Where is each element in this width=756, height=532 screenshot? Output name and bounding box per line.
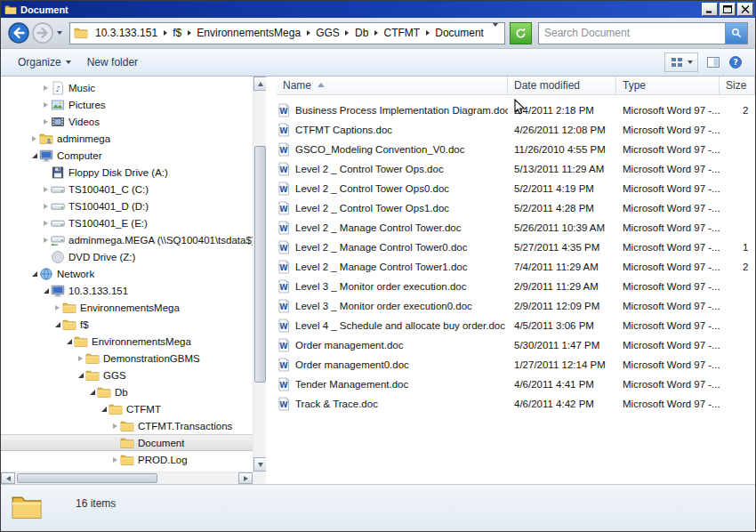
tree-item-dvd-drive-z[interactable]: DVD Drive (Z:) (1, 248, 253, 265)
breadcrumb[interactable]: 10.3.133.151f$EnvironnementsMegaGGSDbCTF… (69, 22, 505, 44)
expander-collapsed-icon[interactable] (110, 423, 120, 429)
tree-item-ctfmt[interactable]: CTFMT (1, 400, 253, 417)
file-row-business-process-implementation-[interactable]: WBusiness Process Implementation Diagram… (277, 101, 755, 120)
file-name-cell[interactable]: WLevel 4 _ Schedule and allocate buy ord… (277, 318, 508, 333)
expander-expanded-icon[interactable] (41, 288, 51, 294)
file-name-cell[interactable]: WTender Management.doc (277, 377, 508, 391)
forward-button[interactable] (30, 21, 54, 45)
search-button[interactable] (725, 23, 747, 44)
file-name-cell[interactable]: WOrder management.doc (277, 338, 508, 352)
tree-item-floppy-disk-drive-a[interactable]: Floppy Disk Drive (A:) (1, 164, 253, 181)
file-row-level-3-monitor-order-execution0[interactable]: WLevel 3 _ Monitor order execution0.doc2… (277, 296, 755, 316)
breadcrumb-segment-ggs[interactable]: GGS (310, 26, 345, 40)
tree-vertical-scrollbar[interactable] (253, 77, 266, 472)
file-name-cell[interactable]: WLevel 2 _ Control Tower Ops0.doc (277, 181, 508, 196)
tree-item-computer[interactable]: Computer (1, 147, 253, 164)
preview-pane-button[interactable] (706, 55, 720, 69)
file-name-cell[interactable]: WGSCO_Modeling Convention_V0.doc (277, 142, 508, 157)
organize-button[interactable]: Organize (10, 52, 79, 72)
breadcrumb-segment-environnementsmega[interactable]: EnvironnementsMega (191, 26, 306, 40)
file-name-cell[interactable]: WLevel 3 _ Monitor order execution0.doc (277, 299, 508, 313)
titlebar[interactable]: Document (1, 1, 755, 18)
refresh-go-button[interactable] (510, 22, 532, 44)
expander-expanded-icon[interactable] (99, 407, 109, 412)
expander-collapsed-icon[interactable] (41, 85, 51, 91)
expander-expanded-icon[interactable] (87, 390, 97, 395)
scroll-down-button[interactable] (253, 457, 266, 472)
tree-item-environnementsmega[interactable]: EnvironnementsMega (1, 333, 253, 350)
recent-pages-dropdown[interactable] (54, 31, 65, 35)
file-row-tender-management-doc[interactable]: WTender Management.doc4/6/2011 4:41 PMMi… (277, 375, 755, 394)
scroll-right-button[interactable] (238, 472, 253, 484)
file-row-track-trace-doc[interactable]: WTrack & Trace.doc4/6/2011 4:42 PMMicros… (277, 394, 755, 414)
scroll-up-button[interactable] (253, 77, 266, 91)
expander-collapsed-icon[interactable] (110, 457, 120, 463)
column-header-type[interactable]: Type (616, 77, 720, 95)
file-row-order-management0-doc[interactable]: WOrder management0.doc1/27/2011 12:14 PM… (277, 355, 755, 375)
tree-horizontal-scrollbar[interactable] (1, 472, 253, 484)
expander-collapsed-icon[interactable] (41, 238, 51, 243)
file-row-ctfmt-captions-doc[interactable]: WCTFMT Captions.doc4/26/2011 12:08 PMMic… (277, 120, 755, 140)
file-name-cell[interactable]: WLevel 2 _ Manage Control Tower0.doc (277, 240, 508, 254)
expander-collapsed-icon[interactable] (41, 119, 51, 125)
new-folder-button[interactable]: New folder (79, 52, 146, 72)
tree-item-ggs[interactable]: GGS (1, 367, 253, 383)
tree-item-prod-log[interactable]: PROD.Log (1, 451, 253, 468)
expander-expanded-icon[interactable] (29, 271, 39, 277)
expander-collapsed-icon[interactable] (29, 136, 39, 141)
breadcrumb-segment-ctfmt[interactable]: CTFMT (378, 26, 425, 40)
expander-collapsed-icon[interactable] (41, 187, 51, 192)
breadcrumb-segment-document[interactable]: Document (430, 26, 489, 40)
breadcrumb-segment-10-3-133-151[interactable]: 10.3.133.151 (90, 26, 163, 40)
breadcrumb-segment-f[interactable]: f$ (167, 26, 187, 40)
minimize-button[interactable] (702, 3, 718, 16)
search-input[interactable] (539, 27, 725, 39)
vertical-scroll-thumb[interactable] (254, 146, 266, 383)
tree-item-environnementsmega[interactable]: EnvironnementsMega (1, 299, 253, 316)
horizontal-scroll-thumb[interactable] (17, 473, 157, 483)
tree-item-document[interactable]: Document (1, 434, 253, 451)
file-row-level-2-control-tower-ops-doc[interactable]: WLevel 2 _ Control Tower Ops.doc5/13/201… (277, 159, 755, 179)
breadcrumb-dropdown-icon[interactable] (489, 27, 502, 39)
column-header-size[interactable]: Size (720, 77, 755, 95)
expander-collapsed-icon[interactable] (41, 204, 51, 209)
tree-item-music[interactable]: ♪Music (1, 79, 253, 96)
file-row-level-2-manage-control-tower-doc[interactable]: WLevel 2 _ Manage Control Tower.doc5/26/… (277, 218, 755, 238)
file-name-cell[interactable]: WCTFMT Captions.doc (277, 123, 508, 137)
file-row-level-2-control-tower-ops1-doc[interactable]: WLevel 2 _ Control Tower Ops1.doc5/2/201… (277, 198, 755, 218)
file-row-level-3-monitor-order-execution-[interactable]: WLevel 3 _ Monitor order execution.doc2/… (277, 277, 755, 296)
file-name-cell[interactable]: WLevel 3 _ Monitor order execution.doc (277, 279, 508, 294)
file-row-level-2-control-tower-ops0-doc[interactable]: WLevel 2 _ Control Tower Ops0.doc5/2/201… (277, 179, 755, 198)
tree-item-ts100401-e-e[interactable]: TS100401_E (E:) (1, 214, 253, 231)
expander-expanded-icon[interactable] (52, 322, 62, 327)
file-row-level-2-manage-control-tower1-do[interactable]: WLevel 2 _ Manage Control Tower1.doc7/4/… (277, 257, 755, 277)
scroll-left-button[interactable] (1, 472, 15, 484)
expander-expanded-icon[interactable] (64, 339, 74, 344)
file-name-cell[interactable]: WBusiness Process Implementation Diagram… (277, 103, 508, 117)
file-name-cell[interactable]: WLevel 2 _ Control Tower Ops1.doc (277, 201, 508, 215)
expander-collapsed-icon[interactable] (52, 305, 62, 310)
expander-expanded-icon[interactable] (76, 373, 85, 378)
column-header-name[interactable]: Name (277, 77, 508, 95)
tree-item-adminmega[interactable]: adminmega (1, 130, 253, 147)
tree-item-videos[interactable]: Videos (1, 113, 253, 130)
expander-collapsed-icon[interactable] (76, 356, 85, 361)
help-button[interactable]: ? (728, 55, 743, 69)
tree-item-db[interactable]: Db (1, 383, 253, 400)
tree-item-demonstrationgbms[interactable]: DemonstrationGBMS (1, 350, 253, 367)
tree-item-network[interactable]: Network (1, 265, 253, 282)
tree-item-10-3-133-151[interactable]: 10.3.133.151 (1, 282, 253, 299)
change-view-button[interactable] (664, 52, 698, 72)
file-name-cell[interactable]: WTrack & Trace.doc (277, 397, 508, 411)
file-row-order-management-doc[interactable]: WOrder management.doc5/30/2011 1:47 PMMi… (277, 335, 755, 355)
file-name-cell[interactable]: WOrder management0.doc (277, 358, 508, 372)
tree-item-pictures[interactable]: Pictures (1, 96, 253, 113)
back-button[interactable] (6, 21, 30, 45)
tree-item-f[interactable]: f$ (1, 316, 253, 333)
file-name-cell[interactable]: WLevel 2 _ Control Tower Ops.doc (277, 162, 508, 176)
file-name-cell[interactable]: WLevel 2 _ Manage Control Tower.doc (277, 221, 508, 235)
tree-item-adminmega-mega-sq100401-tsdata-h[interactable]: adminmega.MEGA (\\SQ100401\tsdata$) (H:) (1, 231, 253, 248)
close-button[interactable] (737, 3, 753, 16)
tree-item-ctfmt-transactions[interactable]: CTFMT.Transactions (1, 417, 253, 434)
tree-item-ts100401-d-d[interactable]: TS100401_D (D:) (1, 197, 253, 214)
